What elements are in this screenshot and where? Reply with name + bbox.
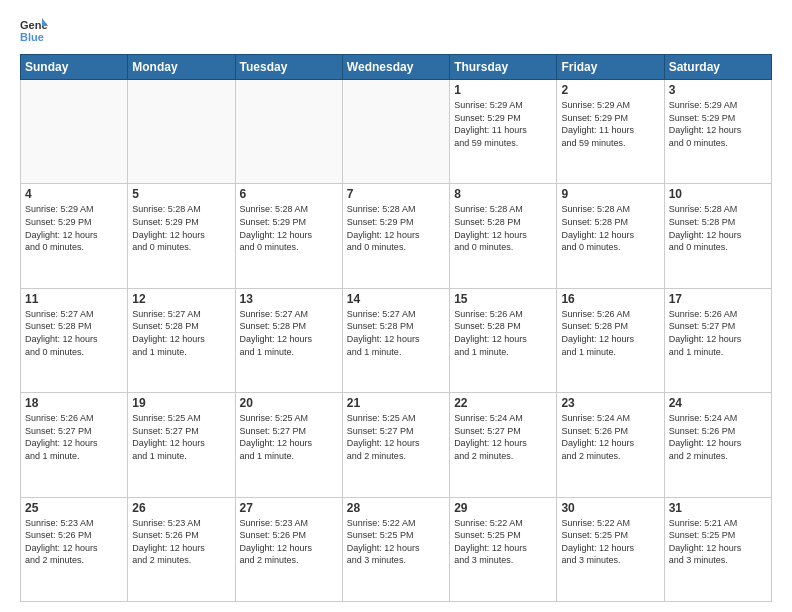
calendar-cell <box>342 80 449 184</box>
calendar-cell: 30Sunrise: 5:22 AM Sunset: 5:25 PM Dayli… <box>557 497 664 601</box>
day-number: 31 <box>669 501 767 515</box>
calendar-cell: 27Sunrise: 5:23 AM Sunset: 5:26 PM Dayli… <box>235 497 342 601</box>
calendar-week-2: 4Sunrise: 5:29 AM Sunset: 5:29 PM Daylig… <box>21 184 772 288</box>
weekday-header-monday: Monday <box>128 55 235 80</box>
calendar-cell: 24Sunrise: 5:24 AM Sunset: 5:26 PM Dayli… <box>664 393 771 497</box>
calendar-cell: 13Sunrise: 5:27 AM Sunset: 5:28 PM Dayli… <box>235 288 342 392</box>
weekday-header-thursday: Thursday <box>450 55 557 80</box>
day-info: Sunrise: 5:24 AM Sunset: 5:27 PM Dayligh… <box>454 412 552 462</box>
day-info: Sunrise: 5:22 AM Sunset: 5:25 PM Dayligh… <box>561 517 659 567</box>
day-info: Sunrise: 5:29 AM Sunset: 5:29 PM Dayligh… <box>669 99 767 149</box>
calendar-cell: 14Sunrise: 5:27 AM Sunset: 5:28 PM Dayli… <box>342 288 449 392</box>
calendar-cell: 15Sunrise: 5:26 AM Sunset: 5:28 PM Dayli… <box>450 288 557 392</box>
calendar-cell: 9Sunrise: 5:28 AM Sunset: 5:28 PM Daylig… <box>557 184 664 288</box>
day-info: Sunrise: 5:25 AM Sunset: 5:27 PM Dayligh… <box>132 412 230 462</box>
day-number: 11 <box>25 292 123 306</box>
day-number: 7 <box>347 187 445 201</box>
day-number: 15 <box>454 292 552 306</box>
day-number: 17 <box>669 292 767 306</box>
calendar-cell: 12Sunrise: 5:27 AM Sunset: 5:28 PM Dayli… <box>128 288 235 392</box>
calendar-cell: 18Sunrise: 5:26 AM Sunset: 5:27 PM Dayli… <box>21 393 128 497</box>
weekday-header-sunday: Sunday <box>21 55 128 80</box>
day-info: Sunrise: 5:23 AM Sunset: 5:26 PM Dayligh… <box>132 517 230 567</box>
calendar-cell: 6Sunrise: 5:28 AM Sunset: 5:29 PM Daylig… <box>235 184 342 288</box>
day-info: Sunrise: 5:28 AM Sunset: 5:28 PM Dayligh… <box>561 203 659 253</box>
logo: General Blue <box>20 16 52 44</box>
day-info: Sunrise: 5:25 AM Sunset: 5:27 PM Dayligh… <box>347 412 445 462</box>
calendar-cell: 19Sunrise: 5:25 AM Sunset: 5:27 PM Dayli… <box>128 393 235 497</box>
day-number: 16 <box>561 292 659 306</box>
calendar-cell: 22Sunrise: 5:24 AM Sunset: 5:27 PM Dayli… <box>450 393 557 497</box>
day-info: Sunrise: 5:26 AM Sunset: 5:28 PM Dayligh… <box>561 308 659 358</box>
calendar-cell: 4Sunrise: 5:29 AM Sunset: 5:29 PM Daylig… <box>21 184 128 288</box>
calendar-table: SundayMondayTuesdayWednesdayThursdayFrid… <box>20 54 772 602</box>
day-info: Sunrise: 5:26 AM Sunset: 5:28 PM Dayligh… <box>454 308 552 358</box>
day-info: Sunrise: 5:27 AM Sunset: 5:28 PM Dayligh… <box>240 308 338 358</box>
day-number: 13 <box>240 292 338 306</box>
header: General Blue <box>20 16 772 44</box>
day-info: Sunrise: 5:25 AM Sunset: 5:27 PM Dayligh… <box>240 412 338 462</box>
day-info: Sunrise: 5:27 AM Sunset: 5:28 PM Dayligh… <box>132 308 230 358</box>
day-number: 18 <box>25 396 123 410</box>
day-number: 5 <box>132 187 230 201</box>
day-number: 23 <box>561 396 659 410</box>
calendar-cell <box>235 80 342 184</box>
calendar-cell: 16Sunrise: 5:26 AM Sunset: 5:28 PM Dayli… <box>557 288 664 392</box>
calendar-cell: 26Sunrise: 5:23 AM Sunset: 5:26 PM Dayli… <box>128 497 235 601</box>
day-info: Sunrise: 5:23 AM Sunset: 5:26 PM Dayligh… <box>240 517 338 567</box>
day-info: Sunrise: 5:24 AM Sunset: 5:26 PM Dayligh… <box>561 412 659 462</box>
logo-icon: General Blue <box>20 16 48 44</box>
day-number: 6 <box>240 187 338 201</box>
calendar-cell: 17Sunrise: 5:26 AM Sunset: 5:27 PM Dayli… <box>664 288 771 392</box>
day-number: 4 <box>25 187 123 201</box>
calendar-cell: 5Sunrise: 5:28 AM Sunset: 5:29 PM Daylig… <box>128 184 235 288</box>
day-info: Sunrise: 5:28 AM Sunset: 5:28 PM Dayligh… <box>669 203 767 253</box>
day-number: 25 <box>25 501 123 515</box>
day-number: 29 <box>454 501 552 515</box>
weekday-header-friday: Friday <box>557 55 664 80</box>
day-number: 27 <box>240 501 338 515</box>
day-info: Sunrise: 5:22 AM Sunset: 5:25 PM Dayligh… <box>454 517 552 567</box>
day-number: 9 <box>561 187 659 201</box>
day-number: 24 <box>669 396 767 410</box>
day-number: 28 <box>347 501 445 515</box>
day-number: 3 <box>669 83 767 97</box>
day-info: Sunrise: 5:28 AM Sunset: 5:29 PM Dayligh… <box>347 203 445 253</box>
calendar-cell: 2Sunrise: 5:29 AM Sunset: 5:29 PM Daylig… <box>557 80 664 184</box>
day-info: Sunrise: 5:23 AM Sunset: 5:26 PM Dayligh… <box>25 517 123 567</box>
weekday-header-row: SundayMondayTuesdayWednesdayThursdayFrid… <box>21 55 772 80</box>
calendar-cell: 28Sunrise: 5:22 AM Sunset: 5:25 PM Dayli… <box>342 497 449 601</box>
day-info: Sunrise: 5:24 AM Sunset: 5:26 PM Dayligh… <box>669 412 767 462</box>
day-number: 8 <box>454 187 552 201</box>
page: General Blue SundayMondayTuesdayWednesda… <box>0 0 792 612</box>
calendar-cell: 31Sunrise: 5:21 AM Sunset: 5:25 PM Dayli… <box>664 497 771 601</box>
day-number: 22 <box>454 396 552 410</box>
calendar-week-5: 25Sunrise: 5:23 AM Sunset: 5:26 PM Dayli… <box>21 497 772 601</box>
day-info: Sunrise: 5:27 AM Sunset: 5:28 PM Dayligh… <box>25 308 123 358</box>
day-info: Sunrise: 5:27 AM Sunset: 5:28 PM Dayligh… <box>347 308 445 358</box>
day-number: 19 <box>132 396 230 410</box>
day-info: Sunrise: 5:28 AM Sunset: 5:29 PM Dayligh… <box>132 203 230 253</box>
day-number: 1 <box>454 83 552 97</box>
weekday-header-tuesday: Tuesday <box>235 55 342 80</box>
day-info: Sunrise: 5:21 AM Sunset: 5:25 PM Dayligh… <box>669 517 767 567</box>
calendar-week-3: 11Sunrise: 5:27 AM Sunset: 5:28 PM Dayli… <box>21 288 772 392</box>
day-number: 14 <box>347 292 445 306</box>
calendar-cell <box>21 80 128 184</box>
day-info: Sunrise: 5:22 AM Sunset: 5:25 PM Dayligh… <box>347 517 445 567</box>
day-number: 26 <box>132 501 230 515</box>
calendar-cell: 11Sunrise: 5:27 AM Sunset: 5:28 PM Dayli… <box>21 288 128 392</box>
calendar-cell: 10Sunrise: 5:28 AM Sunset: 5:28 PM Dayli… <box>664 184 771 288</box>
day-number: 10 <box>669 187 767 201</box>
day-number: 30 <box>561 501 659 515</box>
day-number: 21 <box>347 396 445 410</box>
calendar-cell: 23Sunrise: 5:24 AM Sunset: 5:26 PM Dayli… <box>557 393 664 497</box>
calendar-cell: 29Sunrise: 5:22 AM Sunset: 5:25 PM Dayli… <box>450 497 557 601</box>
day-info: Sunrise: 5:29 AM Sunset: 5:29 PM Dayligh… <box>454 99 552 149</box>
weekday-header-saturday: Saturday <box>664 55 771 80</box>
day-info: Sunrise: 5:28 AM Sunset: 5:29 PM Dayligh… <box>240 203 338 253</box>
calendar-cell: 1Sunrise: 5:29 AM Sunset: 5:29 PM Daylig… <box>450 80 557 184</box>
calendar-cell: 25Sunrise: 5:23 AM Sunset: 5:26 PM Dayli… <box>21 497 128 601</box>
calendar-week-4: 18Sunrise: 5:26 AM Sunset: 5:27 PM Dayli… <box>21 393 772 497</box>
weekday-header-wednesday: Wednesday <box>342 55 449 80</box>
